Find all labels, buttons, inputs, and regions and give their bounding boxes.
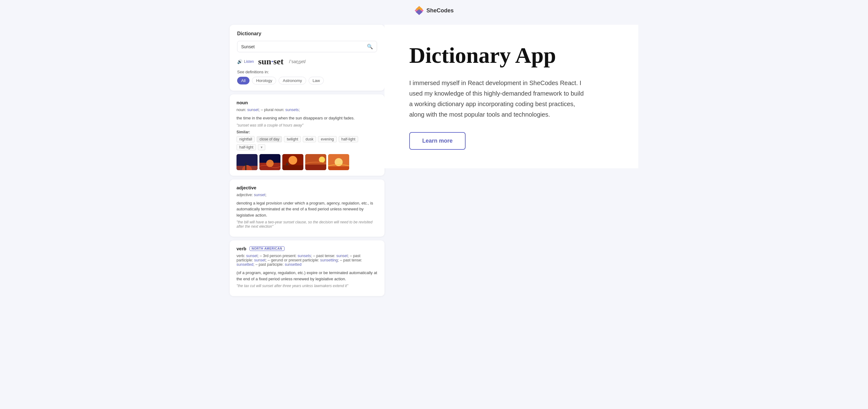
svg-point-17 (335, 158, 343, 166)
verb-form-5[interactable]: sunsetting (320, 258, 338, 262)
dictionary-card: Dictionary 🔍 🔊 Listen sun·set /ˈsan͟set/… (230, 25, 384, 91)
filter-law[interactable]: Law (309, 77, 324, 84)
svg-rect-18 (328, 166, 349, 170)
noun-pos-label: noun (237, 100, 378, 105)
noun-definition: the time in the evening when the sun dis… (237, 115, 378, 121)
left-panel: Dictionary 🔍 🔊 Listen sun·set /ˈsan͟set/… (230, 25, 384, 296)
search-input[interactable] (241, 44, 364, 49)
right-description: I immersed myself in React development i… (409, 78, 589, 120)
logo: SheCodes (414, 6, 454, 15)
right-panel: Dictionary App I immersed myself in Reac… (384, 25, 638, 168)
verb-label: verb (237, 246, 246, 251)
svg-rect-12 (282, 165, 303, 170)
listen-button[interactable]: 🔊 Listen (237, 59, 254, 64)
adjective-definition: denoting a legal provision under which a… (237, 200, 378, 218)
adjective-pos-label: adjective (237, 185, 378, 190)
right-title: Dictionary App (409, 43, 614, 68)
synonym-dusk: dusk (303, 136, 316, 142)
verb-form-6[interactable]: sunsetted (237, 262, 253, 267)
svg-point-9 (266, 160, 274, 167)
speaker-icon: 🔊 (237, 59, 242, 64)
synonyms-row: nightfall close of day twilight dusk eve… (237, 136, 378, 150)
noun-forms: noun: sunset; – plural noun: sunsets; (237, 108, 378, 112)
synonym-half-light1: half-light (339, 136, 358, 142)
svg-point-11 (288, 156, 297, 165)
dictionary-title: Dictionary (237, 31, 377, 36)
noun-form-sunsets[interactable]: sunsets (285, 108, 299, 112)
filter-horology[interactable]: Horology (252, 77, 276, 84)
noun-label: noun (237, 100, 248, 105)
sunset-image-1 (237, 154, 257, 170)
search-icon[interactable]: 🔍 (367, 44, 373, 49)
verb-form-4[interactable]: sunset (254, 258, 266, 262)
top-bar: SheCodes (0, 0, 868, 19)
verb-form-7[interactable]: sunsetted (285, 262, 302, 267)
svg-rect-15 (305, 165, 326, 170)
word-display: sun·set (258, 57, 284, 67)
main-layout: Dictionary 🔍 🔊 Listen sun·set /ˈsan͟set/… (217, 19, 651, 302)
verb-definition: (of a program, agency, regulation, etc.)… (237, 270, 378, 282)
search-bar: 🔍 (237, 41, 377, 52)
filter-all[interactable]: All (237, 77, 249, 84)
verb-form-1[interactable]: sunset (246, 254, 257, 258)
logo-icon (414, 6, 424, 15)
noun-section: noun noun: sunset; – plural noun: sunset… (230, 94, 384, 176)
synonym-nightfall: nightfall (237, 136, 255, 142)
adjective-example: "the bill will have a two-year sunset cl… (237, 220, 378, 229)
svg-point-14 (319, 157, 325, 163)
images-row (237, 154, 378, 170)
synonym-more[interactable]: ▾ (258, 144, 265, 150)
adjective-label: adjective (237, 185, 256, 190)
synonym-half-light2: half-light (237, 144, 256, 150)
verb-forms: verb: sunset; – 3rd person present: suns… (237, 254, 378, 267)
noun-form-sunset[interactable]: sunset (247, 108, 259, 112)
similar-label: Similar: (237, 130, 378, 134)
adjective-section: adjective adjective: sunset; denoting a … (230, 179, 384, 237)
verb-pos-label: verb NORTH AMERICAN (237, 246, 378, 251)
adj-form-sunset[interactable]: sunset (254, 193, 265, 197)
adjective-forms: adjective: sunset; (237, 193, 378, 197)
verb-form-3[interactable]: sunset (336, 254, 348, 258)
sunset-image-5 (328, 154, 349, 170)
verb-form-2[interactable]: sunsets (298, 254, 311, 258)
synonym-evening: evening (318, 136, 337, 142)
svg-rect-6 (245, 163, 246, 170)
noun-example: "sunset was still a couple of hours away… (237, 123, 378, 128)
listen-label: Listen (244, 59, 254, 64)
synonym-close-of-day: close of day (257, 136, 282, 142)
sunset-image-4 (305, 154, 326, 170)
sunset-image-2 (259, 154, 280, 170)
logo-text: SheCodes (426, 7, 454, 14)
phonetic: /ˈsan͟set/ (289, 59, 306, 64)
learn-more-button[interactable]: Learn more (409, 132, 466, 150)
pronunciation-row: 🔊 Listen sun·set /ˈsan͟set/ (237, 57, 377, 67)
sunset-image-3 (282, 154, 303, 170)
see-definitions-label: See definitions in: (237, 70, 377, 74)
filter-astronomy[interactable]: Astronomy (279, 77, 306, 84)
verb-section: verb NORTH AMERICAN verb: sunset; – 3rd … (230, 240, 384, 296)
synonym-twilight: twilight (284, 136, 301, 142)
verb-example: "the tax cut will sunset after three yea… (237, 284, 378, 288)
region-badge: NORTH AMERICAN (249, 246, 284, 251)
svg-rect-5 (237, 166, 257, 170)
filter-tabs: All Horology Astronomy Law (237, 77, 377, 84)
